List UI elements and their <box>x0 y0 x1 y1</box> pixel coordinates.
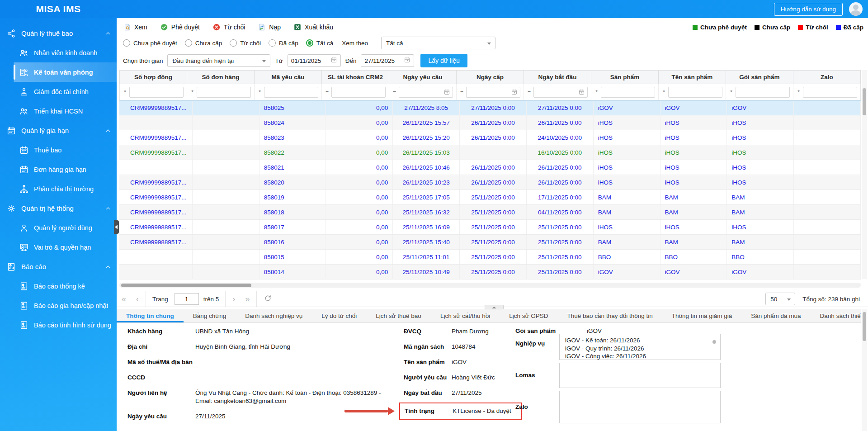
sidebar-item-ph-n-chia-th-tr-ng[interactable]: Phân chia thị trường <box>0 179 117 199</box>
tab-th-ng-tin-chung[interactable]: Thông tin chung <box>117 309 184 322</box>
column-header-m-y-u-c-u[interactable]: Mã yêu cầu <box>255 71 322 84</box>
reject-toolbar-button[interactable]: Từ chối <box>212 23 245 31</box>
sidebar-item-b-o-c-o-gia-h-n-c-p-nh-t[interactable]: Báo cáo gia hạn/cập nhật <box>0 296 117 315</box>
status-radio-t-t-c-[interactable]: Tất cả <box>306 39 334 47</box>
tab-b-ng-ch-ng[interactable]: Bằng chứng <box>184 309 236 322</box>
sidebar-item-qu-n-l-thu-bao[interactable]: Quản lý thuê bao <box>0 24 117 43</box>
sidebar-item--n-h-ng-gia-h-n[interactable]: Đơn hàng gia hạn <box>0 160 117 179</box>
last-page-button[interactable]: » <box>240 295 255 303</box>
table-horizontal-scrollbar[interactable] <box>119 283 861 288</box>
table-cell: iHOS <box>660 175 727 189</box>
table-row[interactable]: CRM99999889517...8580180,0025/11/2025 16… <box>119 205 861 220</box>
sidebar-item-gi-m-c-t-i-ch-nh[interactable]: Giám đốc tài chính <box>0 82 117 101</box>
column-header-ng-y-y-u-c-u[interactable]: Ngày yêu cầu <box>389 71 457 84</box>
tab-thu-bao-c-n-thay-i-th-ng-tin[interactable]: Thuê bao cần thay đổi thông tin <box>558 309 662 322</box>
filter-input[interactable] <box>736 87 790 98</box>
panel-resize-handle[interactable] <box>485 305 504 309</box>
product-package-label: Gói sản phẩm <box>515 327 556 334</box>
table-row[interactable]: CRM99999889517...8580190,0025/11/2025 17… <box>119 190 861 205</box>
table-row[interactable]: 8580240,0026/11/2025 15:5726/11/2025 0:0… <box>119 115 861 130</box>
tab-l-ch-s-thu-bao[interactable]: Lịch sử thuê bao <box>366 309 431 322</box>
help-button[interactable]: Hướng dẫn sử dụng <box>774 3 843 16</box>
filter-input[interactable] <box>197 87 251 98</box>
view-toolbar-button[interactable]: Xem <box>123 23 147 31</box>
sidebar-item-qu-n-l-gia-h-n[interactable]: Quản lý gia hạn <box>0 121 117 140</box>
table-row[interactable]: CRM99999889517...8580160,0025/11/2025 15… <box>119 235 861 250</box>
detail-vertical-scrollbar[interactable] <box>862 309 867 431</box>
table-cell <box>193 190 259 204</box>
filter-input[interactable] <box>803 87 857 98</box>
status-radio--c-p[interactable]: Đã cấp <box>269 39 298 47</box>
tab-l-ch-s-gpsd[interactable]: Lịch sử GPSD <box>500 309 557 322</box>
report-icon <box>6 262 16 272</box>
user-avatar[interactable] <box>849 2 863 16</box>
status-radio-t-ch-i[interactable]: Từ chối <box>230 39 261 47</box>
tab-l-ch-s-c-t-thu-h-i[interactable]: Lịch sử cắt/thu hồi <box>431 309 500 322</box>
sidebar-item-vai-tr-quy-n-h-n[interactable]: Vai trò & quyền hạn <box>0 237 117 257</box>
table-hscroll-thumb[interactable] <box>121 284 251 287</box>
column-header-sl-t-i-kho-n-crm2[interactable]: SL tài khoản CRM2 <box>322 71 389 84</box>
filter-input[interactable] <box>129 87 184 98</box>
table-row[interactable]: CRM99999889517...8580250,0027/11/2025 8:… <box>119 100 861 115</box>
first-page-button[interactable]: « <box>117 295 131 303</box>
date-from-input[interactable]: 01/11/2025 <box>288 54 341 67</box>
table-row[interactable]: CRM99999889517...8580170,0025/11/2025 16… <box>119 220 861 235</box>
prev-page-button[interactable]: ‹ <box>131 295 144 303</box>
date-to-input[interactable]: 27/11/2025 <box>361 54 414 67</box>
tab-s-n-ph-m-mua[interactable]: Sản phẩm đã mua <box>741 309 810 322</box>
excel-icon <box>293 23 302 31</box>
tab-danh-s-ch-nghi-p-v-[interactable]: Danh sách nghiệp vụ <box>236 309 312 322</box>
page-number-input[interactable] <box>175 293 199 305</box>
date-preset-select[interactable]: Đầu tháng đến hiện tại <box>167 54 270 67</box>
table-row[interactable]: CRM99999889517...8580230,0026/11/2025 15… <box>119 130 861 145</box>
column-header-g-i-s-n-ph-m[interactable]: Gói sản phẩm <box>726 71 793 84</box>
tab-danh-s-ch-thi-t-b-[interactable]: Danh sách thiết bị <box>811 309 861 322</box>
table-row[interactable]: CRM99999889517...8580220,0026/11/2025 15… <box>119 145 861 160</box>
column-header-s-n-h-ng[interactable]: Số đơn hàng <box>187 71 255 84</box>
column-header-ng-y-b-t-u[interactable]: Ngày bắt đầu <box>524 71 591 84</box>
detail-vscroll-thumb[interactable] <box>863 312 866 341</box>
sidebar-item-qu-n-l-ng-i-d-ng[interactable]: Quản lý người dùng <box>0 218 117 237</box>
filter-input[interactable] <box>668 87 722 98</box>
sidebar-item-nh-n-vi-n-kinh-doanh[interactable]: Nhân viên kinh doanh <box>0 43 117 62</box>
get-data-button[interactable]: Lấy dữ liệu <box>420 54 467 67</box>
status-radio-ch-a-ph-duy-t[interactable]: Chưa phê duyệt <box>123 39 177 47</box>
tab-th-ng-tin-m-gi-m-gi-[interactable]: Thông tin mã giảm giá <box>662 309 742 322</box>
load-toolbar-button[interactable]: Nạp <box>258 23 281 31</box>
sidebar-collapse-handle[interactable] <box>114 220 119 234</box>
column-header-s-h-p-ng[interactable]: Số hợp đồng <box>120 71 187 84</box>
table-row[interactable]: 8580150,0025/11/2025 11:0125/11/2025 0:0… <box>119 250 861 265</box>
sidebar-item-tri-n-khai-hcsn[interactable]: Triển khai HCSN <box>0 101 117 121</box>
status-radio-ch-a-c-p[interactable]: Chưa cấp <box>185 39 222 47</box>
column-header-ng-y-c-p[interactable]: Ngày cấp <box>457 71 524 84</box>
filter-input[interactable] <box>399 87 453 98</box>
next-page-button[interactable]: › <box>227 295 240 303</box>
filter-operator-icon: * <box>662 89 666 95</box>
sidebar-item-b-o-c-o-th-ng-k-[interactable]: Báo cáo thống kê <box>0 276 117 296</box>
sidebar-item-k-to-n-v-n-ph-ng[interactable]: Kế toán văn phòng <box>0 62 117 82</box>
column-header-zalo[interactable]: Zalo <box>793 71 860 84</box>
refresh-button[interactable] <box>259 294 277 303</box>
filter-input[interactable] <box>331 87 386 98</box>
approve-toolbar-button[interactable]: Phê duyệt <box>160 23 200 31</box>
filter-input[interactable] <box>264 87 318 98</box>
table-row[interactable]: 8580140,0025/11/2025 10:4925/11/2025 0:0… <box>119 265 861 279</box>
sidebar-item-b-o-c-o[interactable]: Báo cáo <box>0 257 117 276</box>
tab-l-do-t-ch-i[interactable]: Lý do từ chối <box>312 309 366 322</box>
column-header-s-n-ph-m[interactable]: Sản phẩm <box>591 71 659 84</box>
column-header-t-n-s-n-ph-m[interactable]: Tên sản phẩm <box>659 71 726 84</box>
view-by-select[interactable]: Tất cả <box>381 37 495 49</box>
filter-input[interactable] <box>466 87 520 98</box>
excel-toolbar-button[interactable]: Xuất khẩu <box>293 23 333 31</box>
filter-input[interactable] <box>533 87 588 98</box>
sidebar-item-thu-bao[interactable]: Thuê bao <box>0 140 117 160</box>
sidebar-item-qu-n-tr-h-th-ng[interactable]: Quản trị hệ thống <box>0 199 117 218</box>
table-vscroll-thumb[interactable] <box>863 88 866 115</box>
sidebar-item-label: Đơn hàng gia hạn <box>34 166 86 173</box>
filter-input[interactable] <box>601 87 655 98</box>
table-row[interactable]: 8580210,0026/11/2025 10:4626/11/2025 0:0… <box>119 160 861 175</box>
table-vertical-scrollbar[interactable] <box>862 70 867 279</box>
table-row[interactable]: CRM99999889517...8580200,0026/11/2025 10… <box>119 175 861 190</box>
sidebar-item-b-o-c-o-t-nh-h-nh-s-d-ng[interactable]: Báo cáo tình hình sử dụng <box>0 315 117 335</box>
page-size-select[interactable]: 50 <box>765 293 795 305</box>
